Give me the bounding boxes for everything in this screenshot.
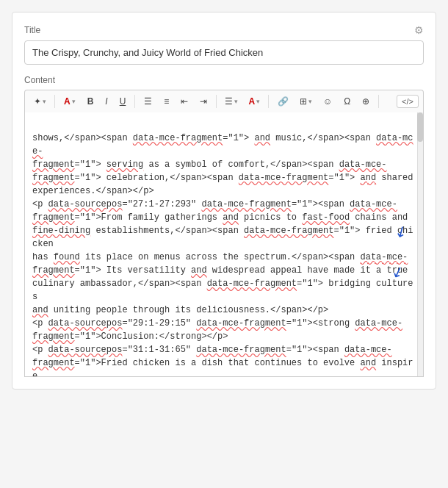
scrollbar-thumb[interactable] bbox=[417, 112, 423, 142]
toolbar-separator-4 bbox=[268, 95, 269, 108]
line-7: fine-dining establishments,</span><span … bbox=[32, 226, 413, 249]
list-ul-button[interactable]: ☰ bbox=[139, 93, 157, 110]
font-color-button[interactable]: A ▾ bbox=[59, 93, 81, 110]
line-12: <p data-sourcepos="29:1-29:15" data-mce-… bbox=[32, 318, 402, 329]
line-11: and uniting people through its delicious… bbox=[32, 305, 328, 315]
format-dropdown[interactable]: ✦ ▾ bbox=[29, 93, 51, 110]
line-8: has found its place on menus across the … bbox=[32, 252, 408, 262]
line-2: fragment="1"> serving as a symbol of com… bbox=[32, 159, 387, 170]
special-char-button[interactable]: Ω bbox=[339, 93, 355, 110]
line-13: fragment="1">Conclusion:</strong></p> bbox=[32, 331, 228, 342]
chevron-down-icon: ▾ bbox=[256, 98, 260, 105]
toolbar-separator-3 bbox=[216, 95, 217, 108]
line-14: <p data-sourcepos="31:1-31:65" data-mce-… bbox=[32, 345, 392, 355]
underline-button[interactable]: U bbox=[115, 93, 131, 110]
indent-right-button[interactable]: ⇥ bbox=[195, 93, 212, 110]
indent-left-button[interactable]: ⇤ bbox=[176, 93, 193, 110]
content-label: Content bbox=[24, 75, 424, 85]
line-5: <p data-sourcepos="27:1-27:293" data-mce… bbox=[32, 199, 397, 209]
table-dropdown[interactable]: ⊞ ▾ bbox=[295, 93, 317, 110]
chevron-down-icon: ▾ bbox=[72, 98, 76, 105]
title-input[interactable] bbox=[24, 40, 424, 65]
editor-toolbar: ✦ ▾ A ▾ B I U ☰ ≡ ⇤ ⇥ bbox=[24, 90, 424, 112]
link-button[interactable]: 🔗 bbox=[272, 93, 294, 110]
title-field-header: Title ⚙ bbox=[24, 24, 424, 36]
font-dropdown[interactable]: A ▾ bbox=[244, 93, 264, 110]
toolbar-separator-2 bbox=[134, 95, 135, 108]
line-3: fragment="1"> celebration,</span><span d… bbox=[32, 173, 413, 183]
bold-button[interactable]: B bbox=[82, 93, 99, 110]
chevron-down-icon: ▾ bbox=[234, 98, 238, 105]
more-button[interactable]: ⊕ bbox=[357, 93, 375, 110]
align-dropdown[interactable]: ☰ ▾ bbox=[220, 93, 242, 110]
italic-button[interactable]: I bbox=[100, 93, 112, 110]
line-10: culinary ambassador,</span><span data-mc… bbox=[32, 279, 413, 302]
list-ol-button[interactable]: ≡ bbox=[159, 93, 174, 110]
line-4: experiences.</span></p> bbox=[32, 186, 154, 196]
chevron-down-icon: ▾ bbox=[43, 98, 46, 105]
emoji-button[interactable]: ☺ bbox=[318, 93, 337, 110]
toolbar-separator-5 bbox=[378, 95, 379, 108]
editor-area[interactable]: shows,</span><span data-mce-fragment="1"… bbox=[24, 112, 424, 377]
main-container: Title ⚙ Content ✦ ▾ A ▾ B I U ☰ ≡ bbox=[12, 12, 436, 390]
editor-content[interactable]: shows,</span><span data-mce-fragment="1"… bbox=[25, 112, 423, 377]
line-9: fragment="1"> Its versatility and widesp… bbox=[32, 265, 408, 276]
line-15: fragment="1">Fried chicken is a dish tha… bbox=[32, 358, 413, 377]
code-view-button[interactable]: </> bbox=[397, 95, 419, 108]
scrollbar-track[interactable] bbox=[417, 112, 423, 376]
line-6: fragment="1">From family gatherings and … bbox=[32, 212, 408, 223]
line-1: shows,</span><span data-mce-fragment="1"… bbox=[32, 133, 413, 157]
chevron-down-icon: ▾ bbox=[308, 98, 312, 105]
format-label: ✦ bbox=[34, 96, 41, 107]
title-label: Title bbox=[24, 25, 40, 35]
toolbar-separator-1 bbox=[54, 95, 55, 108]
settings-icon[interactable]: ⚙ bbox=[414, 24, 424, 36]
